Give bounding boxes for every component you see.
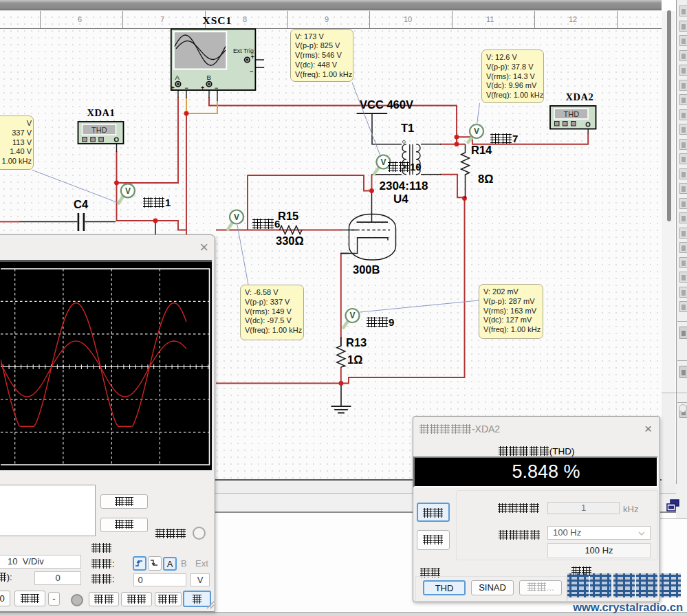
svg-text:−: − [215, 85, 218, 91]
svg-text:R13: R13 [346, 336, 367, 349]
svg-text:XDA1: XDA1 [87, 107, 116, 118]
svg-text:330Ω: 330Ω [276, 234, 304, 247]
svg-text:THD: THD [91, 126, 107, 134]
svg-text:V: V [474, 126, 479, 136]
svg-text:T1: T1 [401, 122, 414, 134]
svg-text:XDA2: XDA2 [566, 91, 594, 102]
svg-text:2304:118: 2304:118 [380, 179, 428, 192]
svg-text:−: − [185, 85, 188, 91]
svg-text:A: A [175, 74, 180, 81]
svg-text:R14: R14 [471, 144, 492, 156]
svg-text:−: − [250, 68, 253, 75]
svg-text:8Ω: 8Ω [478, 173, 493, 185]
svg-text:XSC1: XSC1 [203, 14, 232, 26]
svg-text:+: + [171, 85, 175, 91]
svg-text:THD: THD [564, 110, 580, 118]
svg-text:V: V [380, 157, 386, 167]
svg-text:+: + [251, 54, 254, 60]
svg-text:R15: R15 [278, 210, 298, 222]
svg-text:1Ω: 1Ω [347, 353, 362, 366]
svg-text:V: V [349, 311, 355, 320]
svg-text:300B: 300B [353, 263, 380, 276]
svg-text:VCC 460V: VCC 460V [360, 98, 413, 111]
svg-text:B: B [207, 74, 212, 81]
svg-text:U4: U4 [393, 192, 408, 206]
svg-text:V: V [234, 212, 239, 222]
svg-text:+: + [201, 85, 204, 91]
svg-text:V: V [125, 186, 131, 196]
svg-text:Ext Trig: Ext Trig [233, 47, 254, 54]
svg-text:C4: C4 [74, 198, 89, 210]
